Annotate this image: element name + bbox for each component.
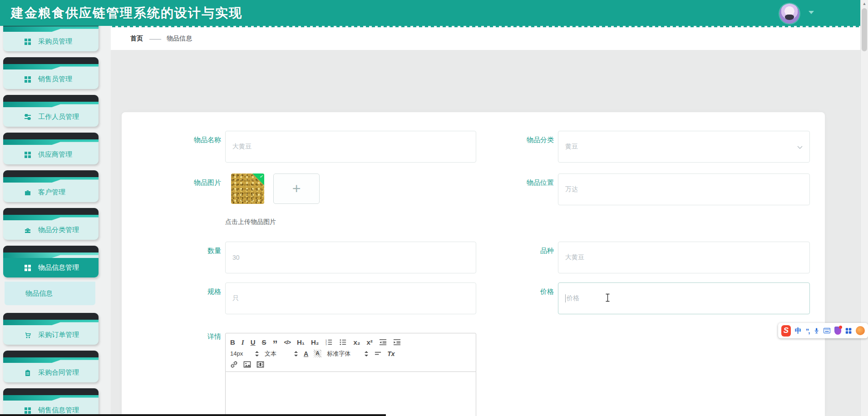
upload-image-button[interactable]: + <box>273 173 320 204</box>
clipboard-icon <box>24 369 31 376</box>
sidebar-item-seller-management[interactable]: 销售员管理 <box>3 57 99 89</box>
page-title: 建金粮食供应链管理系统的设计与实现 <box>0 5 242 22</box>
subscript-button[interactable]: x₂ <box>353 338 360 347</box>
price-placeholder: 价格 <box>567 294 579 302</box>
video-button[interactable] <box>256 361 264 368</box>
sidebar-item-purchase-order-management[interactable]: 采购订单管理 <box>3 313 99 345</box>
scrollbar-up-arrow-icon[interactable]: ▲ <box>862 1 867 6</box>
sidebar-item-label: 物品信息管理 <box>38 263 79 272</box>
item-name-input[interactable]: 大黄豆 <box>225 131 476 163</box>
underline-button[interactable]: U <box>251 338 256 347</box>
bold-button[interactable]: B <box>230 338 235 347</box>
link-button[interactable] <box>230 361 238 368</box>
item-category-label: 物品分类 <box>481 135 554 144</box>
sidebar-item-item-info-management[interactable]: 物品信息管理 <box>3 246 99 277</box>
spec-input[interactable]: 只 <box>225 282 476 314</box>
grid-icon <box>24 76 31 83</box>
font-size-value: 14px <box>230 350 252 357</box>
background-color-button[interactable]: A <box>314 350 321 357</box>
clear-format-button[interactable]: Tx <box>387 350 395 357</box>
bullet-list-button[interactable] <box>339 338 347 346</box>
price-label: 价格 <box>481 287 554 296</box>
sidebar-item-label: 物品分类管理 <box>38 226 79 234</box>
item-location-label: 物品位置 <box>481 178 554 187</box>
header-format-value: 文本 <box>265 350 291 358</box>
sogou-ime-bar[interactable]: S 中 ”, <box>778 323 868 338</box>
item-category-value: 黄豆 <box>565 143 578 151</box>
briefcase-icon <box>24 189 31 196</box>
outdent-button[interactable] <box>379 338 387 346</box>
text-color-button[interactable]: A <box>304 350 308 357</box>
quantity-input[interactable]: 30 <box>225 242 476 273</box>
svg-text:3: 3 <box>326 343 327 346</box>
align-button[interactable] <box>374 350 382 357</box>
sidebar-item-supplier-management[interactable]: 供应商管理 <box>3 133 99 164</box>
breadcrumb-home-link[interactable]: 首页 <box>130 35 143 43</box>
item-image-label: 物品图片 <box>148 178 221 187</box>
user-avatar[interactable] <box>779 4 799 24</box>
editor-content-area[interactable] <box>225 372 476 416</box>
chevron-down-icon <box>797 144 803 150</box>
heading2-button[interactable]: H₂ <box>311 338 319 347</box>
italic-button[interactable]: I <box>242 338 244 347</box>
ordered-list-button[interactable]: 123 <box>325 338 333 346</box>
ime-punctuation-toggle[interactable]: ”, <box>806 327 809 335</box>
heading1-button[interactable]: H₁ <box>297 338 305 347</box>
sidebar-subitem-item-info[interactable]: 物品信息 <box>5 282 95 305</box>
scrollbar-thumb[interactable] <box>862 8 867 51</box>
detail-rich-text-editor: B I U S ” </> H₁ H₂ 123 x₂ x² 14px <box>225 333 476 416</box>
sidebar-item-category-management[interactable]: 物品分类管理 <box>3 208 99 240</box>
card-stripe <box>3 26 99 32</box>
font-family-value: 标准字体 <box>327 350 361 358</box>
detail-label: 详情 <box>148 332 221 341</box>
header-format-select[interactable]: 文本 <box>265 350 298 358</box>
ime-skin-icon[interactable] <box>834 327 841 335</box>
item-location-input[interactable]: 万达 <box>558 173 810 205</box>
variety-input[interactable]: 大黄豆 <box>558 242 810 273</box>
grid-icon <box>24 38 31 45</box>
strikethrough-button[interactable]: S <box>262 338 266 347</box>
toolbox-icon <box>24 227 31 234</box>
spinner-arrows-icon <box>364 351 369 357</box>
sidebar-item-label: 客户管理 <box>38 188 65 197</box>
user-menu-caret-icon[interactable] <box>809 11 814 14</box>
code-block-button[interactable]: </> <box>284 338 291 347</box>
microphone-icon[interactable] <box>814 327 819 334</box>
sogou-logo-icon[interactable]: S <box>781 325 791 337</box>
item-category-select[interactable]: 黄豆 <box>558 131 810 163</box>
sidebar-item-label: 销售信息管理 <box>38 406 79 415</box>
spec-label: 规格 <box>148 287 221 296</box>
blockquote-button[interactable]: ” <box>273 338 278 347</box>
superscript-button[interactable]: x² <box>366 338 372 347</box>
variety-placeholder: 大黄豆 <box>565 253 584 262</box>
sliders-icon <box>24 114 31 121</box>
indent-button[interactable] <box>393 338 401 346</box>
ime-chinese-mode-toggle[interactable]: 中 <box>795 327 802 335</box>
ime-emoji-icon[interactable] <box>856 326 865 335</box>
item-image-thumbnail[interactable]: ✓ <box>231 173 264 204</box>
variety-label: 品种 <box>481 246 554 255</box>
font-family-select[interactable]: 标准字体 <box>327 350 369 358</box>
sidebar-item-label: 采购合同管理 <box>38 368 79 377</box>
sidebar-item-purchase-contract-management[interactable]: 采购合同管理 <box>3 351 99 382</box>
grid-icon <box>24 151 31 158</box>
editor-toolbar: B I U S ” </> H₁ H₂ 123 x₂ x² 14px <box>225 333 476 372</box>
font-size-select[interactable]: 14px <box>230 350 259 357</box>
sidebar: 采购员管理 销售员管理 工作人员管理 供应商管理 客户管理 <box>0 26 111 416</box>
sidebar-item-label: 采购订单管理 <box>38 331 79 339</box>
page-scrollbar[interactable]: ▲ <box>860 0 868 416</box>
sidebar-item-buyer-management[interactable]: 采购员管理 <box>3 26 99 51</box>
sidebar-item-label: 销售员管理 <box>38 75 72 84</box>
keyboard-icon[interactable] <box>824 327 830 334</box>
sidebar-item-customer-management[interactable]: 客户管理 <box>3 170 99 202</box>
ime-toolbox-icon[interactable] <box>845 327 852 335</box>
price-input[interactable]: 价格 <box>558 282 810 314</box>
spinner-arrows-icon <box>294 351 298 357</box>
grid-icon <box>24 264 31 272</box>
item-location-placeholder: 万达 <box>565 185 578 193</box>
image-button[interactable] <box>243 361 251 368</box>
sidebar-subitem-label: 物品信息 <box>25 289 53 298</box>
grid-icon <box>24 407 31 414</box>
sidebar-item-sales-info-management[interactable]: 销售信息管理 <box>3 388 99 416</box>
sidebar-item-staff-management[interactable]: 工作人员管理 <box>3 95 99 127</box>
